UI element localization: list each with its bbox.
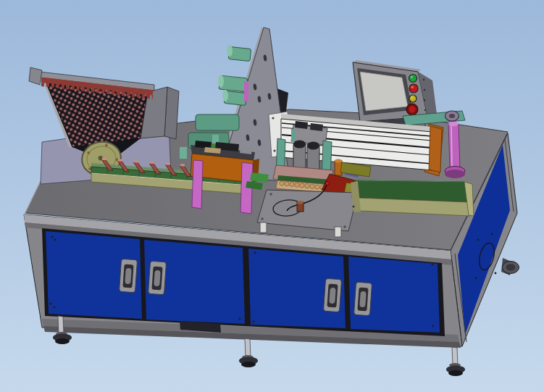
- red-pushbutton: [409, 84, 418, 93]
- right-conveyor: [351, 180, 474, 216]
- red-pushbutton-highlight: [411, 86, 414, 88]
- machine-render: [0, 0, 544, 392]
- door-handle-4[interactable]: [353, 282, 372, 315]
- magenta-leg-left: [192, 160, 203, 209]
- track-ball: [290, 182, 294, 186]
- orange-post: [335, 161, 342, 175]
- door-handle-3[interactable]: [323, 278, 341, 312]
- plate-foot-left: [260, 222, 267, 233]
- door-handle-1[interactable]: [119, 259, 137, 292]
- green-pushbutton-highlight: [411, 76, 413, 78]
- track-ball: [280, 181, 284, 185]
- yellow-pushbutton-highlight: [411, 96, 413, 99]
- emergency-stop-button-center: [409, 106, 416, 113]
- conveyor-peg-top: [134, 160, 139, 163]
- track-ball: [305, 184, 309, 188]
- conveyor-peg-top: [150, 162, 155, 164]
- green-pushbutton: [409, 75, 417, 83]
- rail-end-cap: [429, 126, 442, 172]
- cable-end-red: [325, 181, 329, 185]
- track-ball: [315, 185, 319, 189]
- plate-foot-right: [335, 227, 341, 237]
- conveyor-peg-top: [180, 164, 185, 167]
- track-ball: [285, 182, 289, 186]
- conveyor-peg-top: [166, 163, 171, 166]
- magenta-sliver: [244, 81, 248, 101]
- yellow-pushbutton: [409, 95, 417, 102]
- cad-render-viewport: [0, 0, 544, 392]
- door-handle-2[interactable]: [148, 261, 166, 294]
- conveyor-peg-top: [118, 159, 123, 162]
- track-ball: [295, 183, 299, 187]
- hmi-screen[interactable]: [360, 72, 408, 111]
- track-ball: [300, 183, 304, 188]
- conveyor-peg-top: [102, 158, 107, 161]
- track-ball: [310, 184, 314, 188]
- pink-column: [448, 124, 460, 167]
